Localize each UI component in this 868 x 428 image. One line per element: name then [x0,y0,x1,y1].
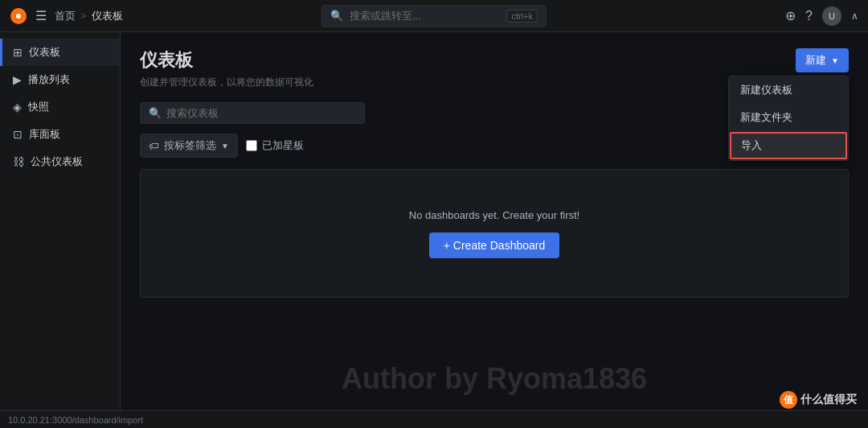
tag-filter-label: 按标签筛选 [164,138,216,153]
dropdown-item-import[interactable]: 导入 [730,132,847,159]
sidebar-label-dashboards: 仪表板 [29,45,60,60]
create-dashboard-button[interactable]: + Create Dashboard [429,233,559,258]
breadcrumb-current: 仪表板 [92,9,123,23]
dropdown-item-new-folder[interactable]: 新建文件夹 [729,104,848,131]
filter-search-icon: 🔍 [149,107,162,119]
starred-checkbox[interactable] [246,140,257,151]
bottom-right-logo: 值 什么值得买 [780,391,857,409]
dashboards-icon: ⊞ [13,46,23,59]
tag-icon: 🏷 [149,140,159,152]
search-placeholder: 搜索或跳转至... [350,9,500,23]
search-icon: 🔍 [330,10,343,22]
dropdown-item-new-dashboard[interactable]: 新建仪表板 [729,76,848,104]
svg-point-2 [16,14,21,19]
new-button-label: 新建 [805,53,826,68]
plus-icon[interactable]: ⊕ [785,8,796,23]
search-shortcut: ctrl+k [506,10,538,23]
hamburger-icon[interactable]: ☰ [35,8,47,23]
watermark: Author by Ryoma1836 [342,362,647,396]
sidebar-item-public[interactable]: ⛓ 公共仪表板 [0,148,120,175]
topbar-left: ☰ 首页 > 仪表板 [10,7,123,25]
empty-state: No dashboards yet. Create your first! + … [140,169,849,298]
sidebar-item-dashboards[interactable]: ⊞ 仪表板 [0,39,120,66]
help-icon[interactable]: ? [805,9,813,23]
user-avatar[interactable]: U [822,6,841,26]
page-header: 仪表板 创建并管理仪表板，以将您的数据可视化 新建 ▼ 新建仪表板 新建文件夹 … [140,48,849,89]
new-button[interactable]: 新建 ▼ [796,48,849,72]
page-subtitle: 创建并管理仪表板，以将您的数据可视化 [140,76,313,89]
sidebar-item-library[interactable]: ⊡ 库面板 [0,121,120,148]
new-dropdown-menu: 新建仪表板 新建文件夹 导入 [728,76,849,161]
sidebar-label-playlists: 播放列表 [28,72,70,87]
topbar-right: ⊕ ? U ∧ [785,6,858,26]
playlists-icon: ▶ [13,73,22,86]
starred-filter[interactable]: 已加星板 [246,138,304,153]
sidebar-item-playlists[interactable]: ▶ 播放列表 [0,66,120,93]
global-search[interactable]: 🔍 搜索或跳转至... ctrl+k [321,5,547,27]
breadcrumb: 首页 > 仪表板 [55,9,123,23]
dashboard-search[interactable]: 🔍 [140,102,365,124]
main-content: 仪表板 创建并管理仪表板，以将您的数据可视化 新建 ▼ 新建仪表板 新建文件夹 … [121,32,868,428]
sidebar-item-snapshots[interactable]: ◈ 快照 [0,93,120,121]
page-header-text: 仪表板 创建并管理仪表板，以将您的数据可视化 [140,48,313,89]
collapse-icon[interactable]: ∧ [851,10,858,22]
topbar: ☰ 首页 > 仪表板 🔍 搜索或跳转至... ctrl+k ⊕ ? U ∧ [0,0,868,32]
new-button-wrapper: 新建 ▼ 新建仪表板 新建文件夹 导入 [796,48,849,72]
public-icon: ⛓ [13,155,24,168]
statusbar-url: 10.0.20.21:3000/dashboard/import [8,415,143,425]
grafana-logo[interactable] [10,7,27,25]
breadcrumb-home[interactable]: 首页 [55,9,76,23]
dashboard-search-input[interactable] [166,107,356,119]
sidebar-label-snapshots: 快照 [28,100,49,114]
empty-state-message: No dashboards yet. Create your first! [409,209,579,221]
layout: ⊞ 仪表板 ▶ 播放列表 ◈ 快照 ⊡ 库面板 ⛓ 公共仪表板 仪表板 创建并管… [0,32,868,428]
tag-filter-arrow-icon: ▼ [221,142,229,150]
starred-label: 已加星板 [262,138,304,153]
create-dashboard-label: + Create Dashboard [444,239,545,252]
topbar-center: 🔍 搜索或跳转至... ctrl+k [321,5,547,27]
library-icon: ⊡ [13,128,23,141]
logo-text: 什么值得买 [800,393,857,407]
breadcrumb-separator: > [80,10,87,22]
sidebar-label-library: 库面板 [29,127,60,142]
sidebar: ⊞ 仪表板 ▶ 播放列表 ◈ 快照 ⊡ 库面板 ⛓ 公共仪表板 [0,32,121,428]
logo-icon: 值 [780,391,797,409]
tag-filter-dropdown[interactable]: 🏷 按标签筛选 ▼ [140,134,238,158]
snapshots-icon: ◈ [13,101,22,113]
page-title: 仪表板 [140,48,313,72]
sidebar-label-public: 公共仪表板 [31,154,83,169]
statusbar: 10.0.20.21:3000/dashboard/import [0,410,868,428]
new-button-arrow-icon: ▼ [831,56,839,65]
